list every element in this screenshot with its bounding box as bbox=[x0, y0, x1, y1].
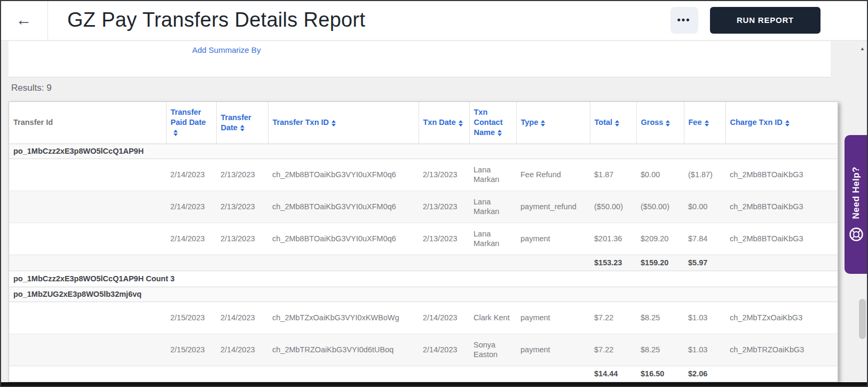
column-header-txn-date[interactable]: Txn Date bbox=[419, 102, 469, 144]
need-help-tab[interactable]: Need Help? bbox=[845, 135, 868, 274]
cell-txn-contact-name: Sonya Easton bbox=[469, 334, 516, 366]
column-header-charge-txn-id[interactable]: Charge Txn ID bbox=[725, 102, 838, 144]
cell-charge-txn-id: ch_2MbTRZOaiKbG3 bbox=[725, 334, 838, 366]
column-header-transfer-txn-id[interactable]: Transfer Txn ID bbox=[268, 102, 419, 144]
cell-transfer-date: 2/13/2023 bbox=[216, 223, 268, 255]
add-summarize-by-link[interactable]: Add Summarize By bbox=[192, 45, 261, 54]
column-header-type[interactable]: Type bbox=[516, 102, 590, 144]
column-label: Transfer Paid Date bbox=[171, 108, 206, 127]
cell-total: $7.22 bbox=[590, 302, 636, 334]
column-header-transfer-paid-date[interactable]: Transfer Paid Date bbox=[166, 102, 216, 144]
column-label: Gross bbox=[641, 118, 664, 127]
sort-icon bbox=[785, 120, 790, 127]
scrollbar-thumb[interactable] bbox=[859, 299, 866, 339]
cell-transfer-paid-date: 2/15/2023 bbox=[166, 334, 216, 366]
subtotal-fee: $2.06 bbox=[684, 366, 725, 382]
group-header-label: po_1MbCzz2xE3p8WO5lCcQ1AP9H bbox=[9, 144, 838, 159]
report-table-container: Transfer IdTransfer Paid DateTransfer Da… bbox=[9, 101, 838, 382]
cell-type: payment bbox=[516, 334, 590, 366]
cell-txn-contact-name: Lana Markan bbox=[469, 191, 516, 223]
subtotal-transfer-txn-id bbox=[268, 255, 419, 271]
cell-transfer-paid-date: 2/14/2023 bbox=[166, 191, 216, 223]
scroll-up-arrow-icon[interactable]: ▲ bbox=[858, 46, 867, 51]
cell-txn-date: 2/13/2023 bbox=[419, 191, 469, 223]
subtotal-type bbox=[516, 255, 590, 271]
subtotal-type bbox=[516, 366, 590, 382]
cell-type: Fee Refund bbox=[516, 159, 590, 191]
subtotal-transfer-date bbox=[216, 366, 268, 382]
back-arrow-icon: ← bbox=[16, 12, 32, 28]
cell-transfer-date: 2/14/2023 bbox=[216, 334, 268, 366]
column-header-gross[interactable]: Gross bbox=[636, 102, 684, 144]
sort-icon bbox=[541, 120, 545, 127]
cell-txn-date: 2/14/2023 bbox=[419, 302, 469, 334]
transfer-row: 2/14/20232/13/2023ch_2Mb8BTOaiKbG3VYI0uX… bbox=[9, 223, 838, 255]
cell-fee: ($1.87) bbox=[684, 159, 725, 191]
subtotal-transfer-paid-date bbox=[166, 366, 216, 382]
table-header-row: Transfer IdTransfer Paid DateTransfer Da… bbox=[9, 102, 838, 144]
cell-total: ($50.00) bbox=[590, 191, 636, 223]
sort-icon bbox=[498, 130, 502, 136]
more-options-button[interactable]: ••• bbox=[670, 7, 698, 34]
cell-gross: $8.25 bbox=[636, 302, 684, 334]
column-header-total[interactable]: Total bbox=[590, 102, 636, 144]
subtotal-gross: $16.50 bbox=[636, 366, 684, 382]
sort-icon bbox=[615, 120, 619, 127]
cell-transfer-txn-id: ch_2MbTRZOaiKbG3VYI0d6tUBoq bbox=[268, 334, 419, 366]
cell-transfer-paid-date: 2/14/2023 bbox=[166, 159, 216, 191]
column-label: Type bbox=[521, 118, 539, 127]
cell-transfer-txn-id: ch_2Mb8BTOaiKbG3VYI0uXFM0q6 bbox=[268, 191, 419, 223]
subtotal-transfer-id bbox=[9, 366, 166, 382]
group-header-row: po_1MbCzz2xE3p8WO5lCcQ1AP9H bbox=[9, 144, 838, 159]
window-bottom-bar bbox=[0, 382, 868, 387]
cell-charge-txn-id: ch_2MbTZxOaiKbG3 bbox=[725, 302, 838, 334]
need-help-label: Need Help? bbox=[851, 167, 862, 219]
page-title: GZ Pay Transfers Details Report bbox=[67, 9, 365, 31]
subtotal-txn-date bbox=[419, 255, 469, 271]
back-button[interactable]: ← bbox=[0, 0, 48, 40]
subtotal-charge-txn-id bbox=[725, 255, 838, 271]
cell-type: payment_refund bbox=[516, 191, 590, 223]
group-header-row: po_1MbZUG2xE3p8WO5lb32mj6vq bbox=[9, 287, 838, 302]
cell-txn-date: 2/13/2023 bbox=[419, 223, 469, 255]
cell-transfer-id bbox=[9, 334, 166, 366]
cell-fee: $1.03 bbox=[684, 302, 725, 334]
cell-charge-txn-id: ch_2Mb8BTOaiKbG3 bbox=[725, 223, 838, 255]
cell-transfer-txn-id: ch_2MbTZxOaiKbG3VYI0xKWBoWg bbox=[268, 302, 419, 334]
cell-fee: $7.84 bbox=[684, 223, 725, 255]
cell-total: $1.87 bbox=[590, 159, 636, 191]
cell-transfer-date: 2/13/2023 bbox=[216, 191, 268, 223]
column-label: Charge Txn ID bbox=[730, 118, 783, 127]
column-header-transfer-id: Transfer Id bbox=[9, 102, 166, 144]
group-subtotal-row: $153.23$159.20$5.97 bbox=[9, 255, 838, 271]
subtotal-txn-date bbox=[419, 366, 469, 382]
column-label: Txn Date bbox=[423, 118, 456, 127]
appbar-actions: ••• RUN REPORT bbox=[670, 7, 868, 34]
results-count: Results: 9 bbox=[11, 83, 52, 93]
column-header-transfer-date[interactable]: Transfer Date bbox=[216, 102, 268, 144]
cell-total: $201.36 bbox=[590, 223, 636, 255]
cell-type: payment bbox=[516, 223, 590, 255]
cell-txn-contact-name: Lana Markan bbox=[469, 223, 516, 255]
cell-transfer-paid-date: 2/14/2023 bbox=[166, 223, 216, 255]
run-report-button[interactable]: RUN REPORT bbox=[710, 7, 820, 34]
subtotal-transfer-paid-date bbox=[166, 255, 216, 271]
transfer-row: 2/15/20232/14/2023ch_2MbTRZOaiKbG3VYI0d6… bbox=[9, 334, 838, 366]
group-subtotal-row: $14.44$16.50$2.06 bbox=[9, 366, 838, 382]
column-label: Transfer Id bbox=[13, 118, 53, 127]
transfer-row: 2/14/20232/13/2023ch_2Mb8BTOaiKbG3VYI0uX… bbox=[9, 191, 838, 223]
subtotal-gross: $159.20 bbox=[636, 255, 684, 271]
cell-transfer-id bbox=[9, 191, 166, 223]
column-header-fee[interactable]: Fee bbox=[684, 102, 725, 144]
group-footer-label: po_1MbCzz2xE3p8WO5lCcQ1AP9H Count 3 bbox=[9, 271, 838, 287]
subtotal-transfer-date bbox=[216, 255, 268, 271]
life-ring-icon bbox=[848, 226, 864, 242]
subtotal-txn-contact-name bbox=[469, 255, 516, 271]
transfer-row: 2/15/20232/14/2023ch_2MbTZxOaiKbG3VYI0xK… bbox=[9, 302, 838, 334]
cell-fee: $1.03 bbox=[684, 334, 725, 366]
cell-transfer-date: 2/13/2023 bbox=[216, 159, 268, 191]
cell-transfer-txn-id: ch_2Mb8BTOaiKbG3VYI0uXFM0q6 bbox=[268, 223, 419, 255]
subtotal-total: $14.44 bbox=[590, 366, 636, 382]
cell-transfer-date: 2/14/2023 bbox=[216, 302, 268, 334]
column-header-txn-contact-name[interactable]: Txn Contact Name bbox=[469, 102, 516, 144]
